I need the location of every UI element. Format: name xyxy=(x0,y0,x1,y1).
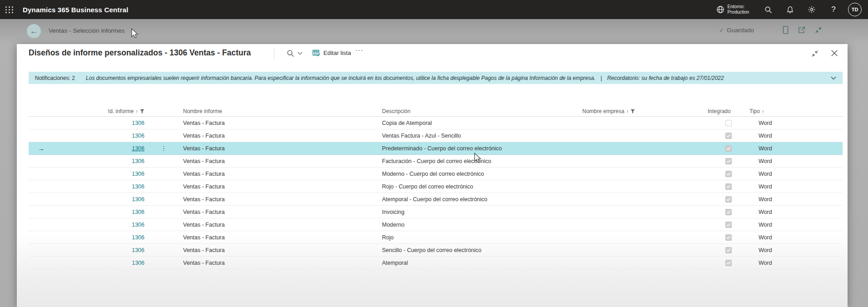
sort-ascending-icon: ↑ xyxy=(136,109,139,114)
cell-description: Rojo xyxy=(382,234,582,241)
notification-bar[interactable]: Notificaciones: 2 Los documentos empresa… xyxy=(29,72,843,84)
integrated-checkbox-checked[interactable] xyxy=(725,196,732,203)
cell-integrated xyxy=(708,209,749,215)
table-header-row: Id. informe↑Nombre informeDescripciónNom… xyxy=(29,106,843,117)
environment-indicator[interactable]: Entorno: Production xyxy=(708,0,757,19)
chevron-down-icon xyxy=(298,52,303,55)
column-header-descripcion[interactable]: Descripción xyxy=(382,108,582,114)
environment-label: Entorno: xyxy=(728,4,745,9)
exit-focus-mode-icon[interactable] xyxy=(814,26,823,34)
settings-button[interactable] xyxy=(801,0,823,19)
report-id-link[interactable]: 1306 xyxy=(132,209,144,215)
row-context-menu-icon[interactable]: ⋮ xyxy=(144,145,183,152)
cell-integrated xyxy=(708,222,749,228)
table-row[interactable]: 1306Ventas - FacturaCopia de AtemporalWo… xyxy=(29,117,843,129)
report-id-link[interactable]: 1306 xyxy=(132,247,144,253)
integrated-checkbox-checked[interactable] xyxy=(725,247,732,253)
saved-indicator: ✓ Guardado xyxy=(719,27,754,34)
report-id-link[interactable]: 1306 xyxy=(132,133,144,139)
integrated-checkbox-unchecked[interactable] xyxy=(725,120,732,126)
user-avatar[interactable]: TD xyxy=(848,3,862,16)
cell-report-name: Ventas - Factura xyxy=(183,171,382,177)
table-row[interactable]: 1306Ventas - FacturaAtemporal - Cuerpo d… xyxy=(29,193,843,206)
open-in-new-window-icon[interactable] xyxy=(798,26,806,34)
breadcrumb[interactable]: Ventas - Selección informes xyxy=(49,27,124,34)
cell-integrated xyxy=(708,234,749,241)
cell-integrated xyxy=(708,145,749,152)
cell-type: Word xyxy=(749,234,843,241)
cell-description: Atemporal - Cuerpo del correo electrónic… xyxy=(382,196,582,203)
table-row[interactable]: 1306Ventas - FacturaAtemporalWord xyxy=(29,257,843,269)
cell-description: Sencillo - Cuerpo del correo electrónico xyxy=(382,247,582,253)
report-id-link[interactable]: 1306 xyxy=(132,145,144,152)
back-button[interactable]: ← xyxy=(27,24,41,38)
report-id-link[interactable]: 1306 xyxy=(132,196,144,203)
notification-separator: | xyxy=(600,75,602,81)
integrated-checkbox-checked[interactable] xyxy=(725,222,732,228)
integrated-checkbox-checked[interactable] xyxy=(725,209,732,215)
column-header-label: Nombre empresa xyxy=(582,108,625,114)
help-button[interactable]: ? xyxy=(823,0,844,19)
cell-description: Moderno xyxy=(382,222,582,228)
integrated-checkbox-checked[interactable] xyxy=(725,260,732,266)
table-row[interactable]: 1306Ventas - FacturaSencillo - Cuerpo de… xyxy=(29,244,843,257)
report-id-link[interactable]: 1306 xyxy=(132,222,144,228)
bookmark-icon[interactable] xyxy=(782,26,789,34)
close-dialog-icon[interactable] xyxy=(831,50,838,58)
top-navigation-bar: Dynamics 365 Business Central Entorno: P… xyxy=(0,0,868,19)
column-header-label: Nombre informe xyxy=(183,108,222,114)
cell-report-id: 1306 xyxy=(54,183,144,190)
more-options-button[interactable]: ··· xyxy=(355,46,363,54)
column-header-id-informe[interactable]: Id. informe↑ xyxy=(54,108,144,114)
cell-report-name: Ventas - Factura xyxy=(183,196,382,203)
report-id-link[interactable]: 1306 xyxy=(132,120,144,126)
column-header-nombre-informe[interactable]: Nombre informe xyxy=(183,108,382,114)
notifications-button[interactable] xyxy=(779,0,801,19)
cell-report-name: Ventas - Factura xyxy=(183,222,382,228)
table-row[interactable]: 1306Ventas - FacturaInvoicingWord xyxy=(29,206,843,218)
column-header-tipo[interactable]: Tipo↑ xyxy=(749,108,843,114)
table-row[interactable]: 1306Ventas - FacturaVentas Factura - Azu… xyxy=(29,129,843,142)
integrated-checkbox-checked[interactable] xyxy=(725,133,732,139)
app-title[interactable]: Dynamics 365 Business Central xyxy=(23,6,129,14)
report-id-link[interactable]: 1306 xyxy=(132,171,144,177)
table-row[interactable]: 1306Ventas - FacturaFacturación - Cuerpo… xyxy=(29,155,843,168)
cell-type: Word xyxy=(749,196,843,203)
collapse-dialog-icon[interactable] xyxy=(811,50,819,58)
table-row[interactable]: 1306Ventas - FacturaRojo - Cuerpo del co… xyxy=(29,180,843,193)
report-id-link[interactable]: 1306 xyxy=(132,183,144,190)
column-header-label: Descripción xyxy=(382,108,411,114)
integrated-checkbox-checked[interactable] xyxy=(725,145,732,152)
cell-integrated xyxy=(708,196,749,203)
integrated-checkbox-checked[interactable] xyxy=(725,234,732,241)
report-id-link[interactable]: 1306 xyxy=(132,260,144,266)
notification-chevron-down-icon[interactable] xyxy=(831,76,836,80)
app-launcher-waffle-icon[interactable] xyxy=(0,0,19,19)
cell-report-name: Ventas - Factura xyxy=(183,234,382,241)
table-row[interactable]: →1306⋮Ventas - FacturaPredeterminado - C… xyxy=(29,142,843,155)
cell-report-name: Ventas - Factura xyxy=(183,260,382,266)
report-id-link[interactable]: 1306 xyxy=(132,158,144,164)
integrated-checkbox-checked[interactable] xyxy=(725,171,732,177)
column-header-label: Integrado xyxy=(708,108,731,114)
bell-icon xyxy=(786,6,794,14)
table-row[interactable]: 1306Ventas - FacturaRojoWord xyxy=(29,231,843,244)
dialog-header: Diseños de informe personalizados - 1306… xyxy=(17,44,848,67)
search-button[interactable] xyxy=(757,0,779,19)
report-id-link[interactable]: 1306 xyxy=(132,234,144,241)
integrated-checkbox-checked[interactable] xyxy=(725,158,732,164)
cell-report-id: 1306 xyxy=(54,209,144,215)
selected-row-arrow-icon: → xyxy=(29,145,54,152)
waffle-grid-icon xyxy=(5,6,14,13)
edit-list-button[interactable]: Editar lista xyxy=(312,50,351,56)
table-row[interactable]: 1306Ventas - FacturaModerno - Cuerpo del… xyxy=(29,168,843,180)
search-icon xyxy=(287,50,294,57)
integrated-checkbox-checked[interactable] xyxy=(725,183,732,190)
column-header-integrado[interactable]: Integrado xyxy=(708,108,749,114)
list-search-button[interactable] xyxy=(287,50,303,57)
cell-integrated xyxy=(708,120,749,126)
notification-message: Los documentos empresariales suelen requ… xyxy=(86,75,724,81)
table-row[interactable]: 1306Ventas - FacturaModernoWord xyxy=(29,218,843,231)
cell-integrated xyxy=(708,247,749,253)
column-header-nombre-empresa[interactable]: Nombre empresa↑ xyxy=(582,108,708,114)
